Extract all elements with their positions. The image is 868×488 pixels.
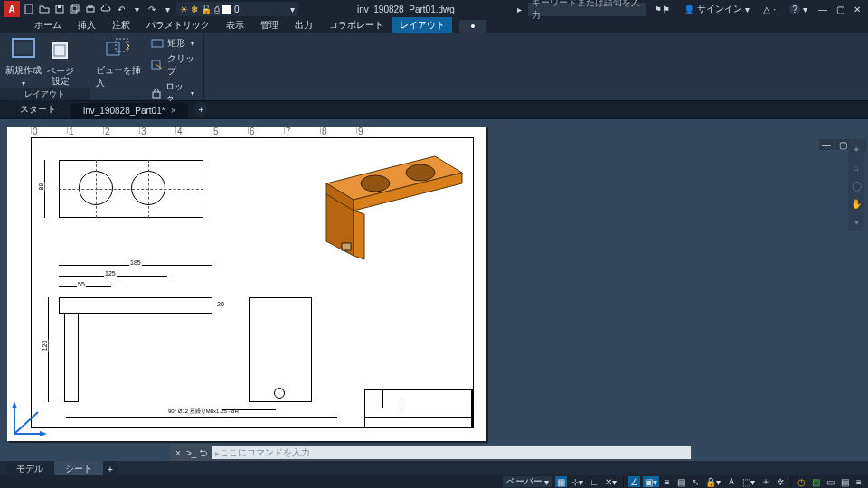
- add-icon[interactable]: ＋: [760, 476, 772, 487]
- file-tab-add-button[interactable]: +: [193, 102, 208, 117]
- new-layout-button[interactable]: 新規作成▾: [5, 36, 42, 88]
- svg-point-21: [361, 175, 390, 192]
- ucs-icon: [11, 399, 49, 437]
- drawing-area[interactable]: ― ▢ ✕ 0123456789 80 185 125 55 20: [0, 119, 868, 461]
- qat-new-icon[interactable]: [23, 3, 35, 15]
- gear-icon[interactable]: ✲: [775, 476, 786, 487]
- ortho-icon[interactable]: ∟: [588, 476, 600, 487]
- window-restore-button[interactable]: ▢: [833, 4, 847, 14]
- app-logo[interactable]: A: [4, 1, 20, 17]
- svg-rect-11: [107, 42, 119, 55]
- select-icon[interactable]: ↖: [690, 476, 701, 487]
- dim-20: 20: [216, 301, 225, 307]
- layer-dropdown[interactable]: ☀ ❄ 🔓 ⎙ 0 ▾: [176, 2, 298, 16]
- iso-icon[interactable]: ◷: [796, 476, 807, 487]
- svg-rect-13: [152, 40, 163, 47]
- svg-rect-4: [72, 5, 79, 11]
- transp-icon[interactable]: ▤: [675, 476, 687, 487]
- autodesk-app-button[interactable]: △·: [758, 5, 781, 14]
- ortho-side-view: [249, 297, 312, 402]
- signin-button[interactable]: 👤 サインイン ▾: [678, 3, 755, 15]
- command-line[interactable]: × >_ ⮌ ▸ ここにコマンドを入力: [170, 445, 694, 461]
- dim-80: 80: [38, 183, 44, 192]
- qp-icon[interactable]: 🔒▾: [703, 476, 722, 487]
- ribbon-tab-insert[interactable]: 挿入: [71, 17, 103, 33]
- ribbon-tab-annotate[interactable]: 注釈: [105, 17, 137, 33]
- panel-layout-label: レイアウト: [0, 88, 90, 100]
- rect-viewport-button[interactable]: 矩形▾: [147, 36, 198, 51]
- orbit-icon[interactable]: ◯: [850, 179, 863, 192]
- command-input[interactable]: ▸ ここにコマンドを入力: [212, 446, 691, 459]
- ribbon-tab-manage[interactable]: 管理: [253, 17, 286, 33]
- clean-icon[interactable]: ▭: [825, 476, 836, 487]
- qat-cloud-icon[interactable]: [99, 3, 112, 15]
- search-input[interactable]: キーワードまたは語句を入力: [528, 3, 646, 16]
- dw-min-button[interactable]: ―: [819, 139, 834, 150]
- space-toggle[interactable]: ペーパー▾: [503, 476, 552, 487]
- svg-marker-20: [354, 211, 364, 259]
- iso-view: [299, 147, 471, 265]
- infocast-button[interactable]: [459, 20, 486, 33]
- qat-redo-icon[interactable]: ↷: [146, 3, 158, 15]
- clip-button[interactable]: クリップ: [147, 52, 198, 79]
- cmd-close-icon[interactable]: ×: [174, 448, 183, 458]
- cmd-recent-icon[interactable]: ⮌: [199, 448, 208, 458]
- dim-125: 125: [104, 270, 117, 277]
- lwt-icon[interactable]: ≡: [662, 476, 673, 487]
- osnap-icon[interactable]: ∠: [628, 476, 640, 487]
- grid-icon[interactable]: ▦: [555, 476, 567, 487]
- title-bar: A ↶ ▾ ↷ ▾ ☀ ❄ 🔓 ⎙ 0 ▾ inv_190828_Part01.…: [0, 0, 868, 18]
- insert-view-button[interactable]: ビューを挿入: [96, 36, 142, 89]
- window-title: inv_190828_Part01.dwg: [357, 5, 455, 14]
- ribbon-tab-collaborate[interactable]: コラボレート: [322, 17, 391, 33]
- monitor-icon[interactable]: ▧: [810, 476, 822, 487]
- person-icon: 👤: [684, 5, 694, 14]
- ribbon-tab-strip: ホーム 挿入 注釈 パラメトリック 表示 管理 出力 コラボレート レイアウト: [0, 18, 868, 33]
- qat-open-icon[interactable]: [38, 3, 51, 15]
- window-close-button[interactable]: ✕: [850, 4, 864, 14]
- status-bar: ペーパー▾ ▦ ⊹▾ ∟ ✕▾ ∠ ▣▾ ≡ ▤ ↖ 🔒▾ Ａ ⬚▾ ＋ ✲ ◷…: [0, 475, 868, 488]
- qat-save-icon[interactable]: [53, 3, 66, 15]
- svg-marker-25: [12, 401, 17, 408]
- new-layout-icon: [10, 36, 37, 61]
- svg-rect-0: [25, 5, 33, 14]
- wire-icon[interactable]: ▾: [850, 215, 863, 228]
- file-tab-drawing[interactable]: inv_190828_Part01*×: [71, 103, 188, 118]
- qat-undo-icon[interactable]: ↶: [115, 3, 127, 15]
- home-icon[interactable]: ⌂: [850, 161, 863, 174]
- polar-icon[interactable]: ✕▾: [603, 476, 618, 487]
- ann-icon[interactable]: Ａ: [725, 476, 738, 487]
- window-minimize-button[interactable]: ―: [816, 4, 830, 14]
- page-setup-button[interactable]: ページ 設定: [47, 38, 74, 86]
- help-button[interactable]: ? ▾: [784, 4, 813, 14]
- custom-icon[interactable]: ≡: [854, 476, 864, 487]
- ribbon-tab-output[interactable]: 出力: [288, 17, 320, 33]
- file-tab-close-icon[interactable]: ×: [171, 106, 176, 116]
- compass-icon[interactable]: ✦: [850, 143, 863, 155]
- ribbon-tab-view[interactable]: 表示: [219, 17, 251, 33]
- qat-drop2-icon[interactable]: ▾: [161, 3, 174, 15]
- sun-icon: ❄: [191, 5, 198, 14]
- drawing-frame: 80 185 125 55 20 120 90° Ø12 座繰りM8x1.25 …: [31, 137, 474, 428]
- svg-rect-3: [71, 6, 77, 13]
- svg-marker-26: [40, 431, 47, 436]
- svg-rect-2: [58, 5, 61, 8]
- file-tab-strip: スタート inv_190828_Part01*× +: [0, 101, 868, 119]
- ribbon-tab-parametric[interactable]: パラメトリック: [139, 17, 217, 33]
- qat-saveall-icon[interactable]: [69, 3, 81, 15]
- dim-185: 185: [129, 259, 142, 266]
- file-tab-start[interactable]: スタート: [7, 100, 69, 118]
- hand-icon[interactable]: ✋: [850, 197, 863, 210]
- full-icon[interactable]: ▤: [839, 476, 851, 487]
- ribbon-tab-layout[interactable]: レイアウト: [392, 17, 452, 33]
- ann2-icon[interactable]: ⬚▾: [741, 476, 757, 487]
- otrack-icon[interactable]: ▣▾: [643, 476, 659, 487]
- ribbon-tab-home[interactable]: ホーム: [27, 17, 69, 33]
- share-button[interactable]: ⚑⚑: [648, 5, 675, 14]
- snap-icon[interactable]: ⊹▾: [570, 476, 585, 487]
- qat-plot-icon[interactable]: [84, 3, 97, 15]
- search-caret-icon[interactable]: ▸: [514, 5, 525, 14]
- ortho-front-leg: [64, 314, 79, 402]
- qat-drop1-icon[interactable]: ▾: [130, 3, 143, 15]
- bulb-icon: ☀: [180, 5, 188, 14]
